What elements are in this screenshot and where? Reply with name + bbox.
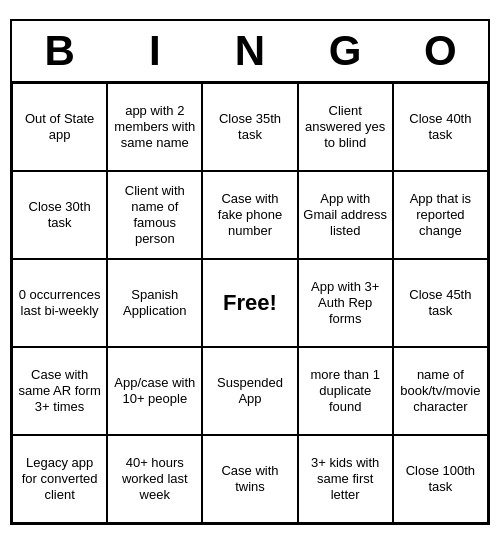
bingo-cell[interactable]: name of book/tv/movie character <box>393 347 488 435</box>
bingo-cell[interactable]: 3+ kids with same first letter <box>298 435 393 523</box>
bingo-cell[interactable]: Case with same AR form 3+ times <box>12 347 107 435</box>
title-b: B <box>12 27 107 75</box>
bingo-cell[interactable]: 0 occurrences last bi-weekly <box>12 259 107 347</box>
bingo-card: B I N G O Out of State appapp with 2 mem… <box>10 19 490 525</box>
bingo-cell[interactable]: Close 45th task <box>393 259 488 347</box>
title-n: N <box>202 27 297 75</box>
bingo-cell[interactable]: Out of State app <box>12 83 107 171</box>
bingo-cell[interactable]: 40+ hours worked last week <box>107 435 202 523</box>
bingo-title: B I N G O <box>12 21 488 83</box>
bingo-cell[interactable]: App that is reported change <box>393 171 488 259</box>
bingo-cell[interactable]: App with Gmail address listed <box>298 171 393 259</box>
bingo-cell[interactable]: Close 100th task <box>393 435 488 523</box>
bingo-cell[interactable]: Suspended App <box>202 347 297 435</box>
bingo-cell[interactable]: App/case with 10+ people <box>107 347 202 435</box>
bingo-cell[interactable]: app with 2 members with same name <box>107 83 202 171</box>
bingo-cell[interactable]: Client with name of famous person <box>107 171 202 259</box>
bingo-cell[interactable]: Close 30th task <box>12 171 107 259</box>
bingo-grid: Out of State appapp with 2 members with … <box>12 83 488 523</box>
bingo-cell[interactable]: Client answered yes to blind <box>298 83 393 171</box>
bingo-cell[interactable]: Case with twins <box>202 435 297 523</box>
free-cell[interactable]: Free! <box>202 259 297 347</box>
title-g: G <box>298 27 393 75</box>
bingo-cell[interactable]: Case with fake phone number <box>202 171 297 259</box>
bingo-cell[interactable]: Close 35th task <box>202 83 297 171</box>
bingo-cell[interactable]: Legacy app for converted client <box>12 435 107 523</box>
title-i: I <box>107 27 202 75</box>
bingo-cell[interactable]: Close 40th task <box>393 83 488 171</box>
title-o: O <box>393 27 488 75</box>
bingo-cell[interactable]: more than 1 duplicate found <box>298 347 393 435</box>
bingo-cell[interactable]: App with 3+ Auth Rep forms <box>298 259 393 347</box>
bingo-cell[interactable]: Spanish Application <box>107 259 202 347</box>
